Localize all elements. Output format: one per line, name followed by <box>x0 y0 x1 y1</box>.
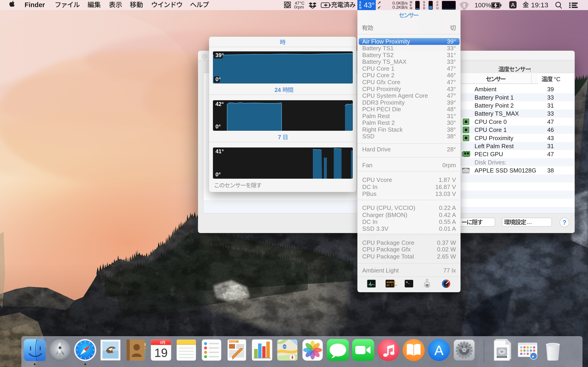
svg-text:A: A <box>434 343 443 358</box>
svg-text:Battery TS2: Battery TS2 <box>362 52 394 58</box>
svg-text:U: U <box>436 6 439 10</box>
svg-text:100%: 100% <box>475 2 491 9</box>
svg-text:1.87 V: 1.87 V <box>439 176 456 183</box>
svg-text:0°: 0° <box>216 123 221 130</box>
svg-text:SSD: SSD <box>362 133 374 140</box>
svg-text:0rpm: 0rpm <box>442 162 456 169</box>
svg-text:CPU Proximity: CPU Proximity <box>475 135 513 142</box>
svg-text:Battery TS_MAX: Battery TS_MAX <box>362 58 406 65</box>
svg-text:Charger (BMON): Charger (BMON) <box>362 211 407 218</box>
svg-text:PCH PECI Die: PCH PECI Die <box>362 106 401 113</box>
svg-text:CPU Gfx Core: CPU Gfx Core <box>362 79 400 85</box>
svg-text:33: 33 <box>547 110 554 117</box>
svg-text:46: 46 <box>547 126 554 133</box>
svg-text:43°: 43° <box>364 1 375 9</box>
svg-text:0.02 W: 0.02 W <box>437 246 456 253</box>
svg-text:38: 38 <box>547 167 554 174</box>
svg-text:77 lx: 77 lx <box>443 267 456 274</box>
svg-text:47°: 47° <box>447 65 456 72</box>
svg-text:DC In: DC In <box>362 184 377 190</box>
svg-text::: : <box>529 66 531 73</box>
svg-text:CPU Core 1: CPU Core 1 <box>475 126 507 133</box>
svg-text:6: 6 <box>160 340 162 345</box>
svg-text:APPLE SSD SM0128G: APPLE SSD SM0128G <box>475 167 536 174</box>
svg-text:280: 280 <box>283 345 287 348</box>
svg-text:0.22 A: 0.22 A <box>439 204 456 211</box>
svg-text:>_: >_ <box>406 281 410 284</box>
svg-text:47°: 47° <box>447 92 456 99</box>
svg-text:DDR3 Proximity: DDR3 Proximity <box>362 99 405 106</box>
svg-text:°C: °C <box>554 76 561 83</box>
svg-text:0rpm: 0rpm <box>294 5 304 9</box>
svg-text:CPU Package Gfx: CPU Package Gfx <box>362 246 411 253</box>
svg-text:PAGES: PAGES <box>229 341 236 343</box>
svg-text:47: 47 <box>547 118 554 125</box>
svg-text:CPU Vcore: CPU Vcore <box>362 176 392 183</box>
svg-text:31°: 31° <box>447 113 456 119</box>
svg-text:46°: 46° <box>447 72 456 79</box>
svg-text:48°: 48° <box>447 106 456 113</box>
svg-text:Left Palm Rest: Left Palm Rest <box>475 143 514 150</box>
svg-text:CPU System Agent Core: CPU System Agent Core <box>362 92 428 99</box>
svg-text:Battery TS_MAX: Battery TS_MAX <box>475 110 519 117</box>
svg-text:Disk Drives:: Disk Drives: <box>475 159 506 166</box>
svg-text:DC In: DC In <box>362 218 377 225</box>
svg-text:31: 31 <box>547 143 554 150</box>
svg-text:43: 43 <box>547 135 554 142</box>
svg-text:PBus: PBus <box>362 190 376 197</box>
svg-text:43°: 43° <box>447 85 456 92</box>
svg-text:31: 31 <box>547 102 554 109</box>
svg-text:AY 7:36: AY 7:36 <box>387 284 397 287</box>
svg-text:Battery Point 2: Battery Point 2 <box>475 102 514 109</box>
svg-text:13.03 V: 13.03 V <box>435 190 456 197</box>
svg-text:Hard Drive: Hard Drive <box>362 146 391 153</box>
svg-text:PECI GPU: PECI GPU <box>475 151 503 158</box>
svg-text:0.2KB/s: 0.2KB/s <box>392 5 408 10</box>
svg-text:Battery Point 1: Battery Point 1 <box>475 94 514 101</box>
svg-text:42°: 42° <box>216 101 224 107</box>
svg-text:CPU Core 1: CPU Core 1 <box>362 65 394 72</box>
svg-text:39°: 39° <box>216 52 224 58</box>
svg-text:D: D <box>423 6 425 10</box>
svg-text:16.87 V: 16.87 V <box>435 184 456 190</box>
svg-text:19: 19 <box>154 346 168 359</box>
svg-text:0.55 A: 0.55 A <box>439 218 456 225</box>
svg-text:30°: 30° <box>447 119 456 126</box>
svg-text:CPU Package Total: CPU Package Total <box>362 253 414 260</box>
svg-text:41°: 41° <box>216 148 224 154</box>
svg-text:33: 33 <box>547 94 554 101</box>
svg-text:33°: 33° <box>447 58 456 65</box>
svg-text:CPU Proximity: CPU Proximity <box>362 85 401 92</box>
svg-text:2.65 W: 2.65 W <box>437 253 456 260</box>
svg-text:0.37 W: 0.37 W <box>437 239 456 246</box>
svg-text:CPU Package Core: CPU Package Core <box>362 239 414 246</box>
svg-text:38°: 38° <box>447 133 456 140</box>
svg-text:CPU Core 2: CPU Core 2 <box>362 72 394 79</box>
svg-text:19:13: 19:13 <box>531 1 548 9</box>
svg-text:39°: 39° <box>447 99 456 106</box>
svg-text:7: 7 <box>278 134 281 140</box>
svg-text:SSD 3.3V: SSD 3.3V <box>362 225 389 232</box>
svg-text:Fan: Fan <box>362 162 372 169</box>
svg-text:Palm Rest 2: Palm Rest 2 <box>362 119 395 126</box>
svg-text:39: 39 <box>547 86 554 93</box>
svg-text:33°: 33° <box>447 45 456 52</box>
svg-text:?: ? <box>562 219 566 226</box>
svg-text:Palm Rest: Palm Rest <box>362 113 390 119</box>
svg-text:Air Flow Proximity: Air Flow Proximity <box>362 38 410 45</box>
svg-text:Finder: Finder <box>25 1 45 8</box>
svg-text:0.01 A: 0.01 A <box>439 225 456 232</box>
svg-text:31°: 31° <box>447 52 456 58</box>
svg-text:...: ... <box>527 218 532 225</box>
svg-text:38°: 38° <box>447 126 456 133</box>
svg-text:47°: 47° <box>447 79 456 85</box>
svg-text:0.42 A: 0.42 A <box>439 211 456 218</box>
svg-text:CPU Core 0: CPU Core 0 <box>475 118 507 125</box>
svg-text:Right Fin Stack: Right Fin Stack <box>362 126 403 133</box>
svg-text:28°: 28° <box>447 146 456 153</box>
svg-text:WARNIN: WARNIN <box>387 281 396 284</box>
svg-text:CPU (CPU, VCCIO): CPU (CPU, VCCIO) <box>362 204 415 211</box>
svg-text:Ambient Light: Ambient Light <box>362 267 399 274</box>
svg-text:M: M <box>410 6 412 10</box>
svg-text:0°: 0° <box>216 171 221 177</box>
